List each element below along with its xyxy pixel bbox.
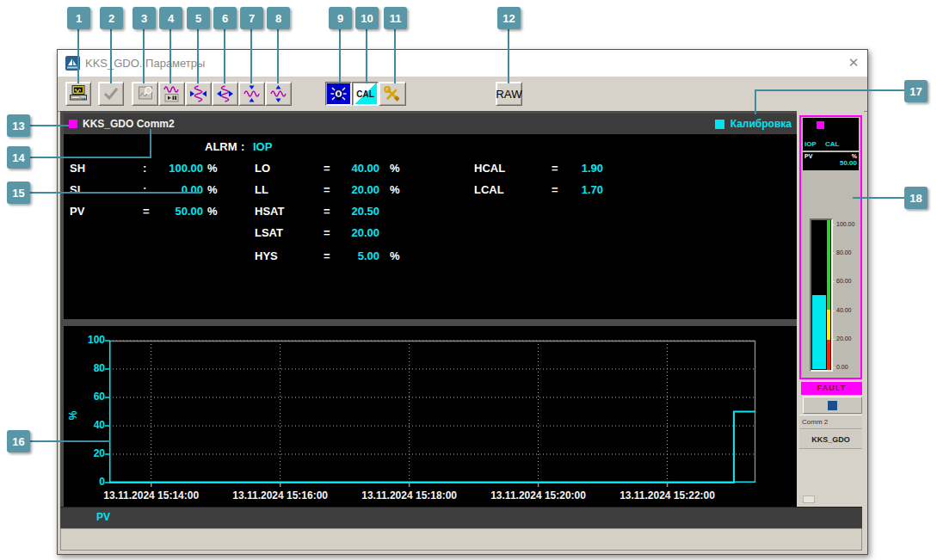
compress-x-button[interactable] — [185, 82, 212, 106]
callout-3: 3 — [133, 7, 156, 29]
callout-16: 16 — [7, 430, 30, 452]
faceplate-pv-unit: % — [852, 153, 857, 159]
param-unit: % — [207, 162, 218, 175]
tag-status-square — [69, 120, 77, 128]
accept-button[interactable] — [98, 82, 124, 106]
bargraph-scale-label: 40.00 — [836, 307, 852, 313]
close-button[interactable]: ✕ — [845, 54, 862, 71]
callout-12: 12 — [497, 7, 521, 29]
callout-13: 13 — [7, 114, 30, 137]
param-unit: % — [390, 249, 400, 262]
snapshot-button[interactable] — [132, 82, 158, 106]
compress-vertical-icon — [242, 84, 262, 103]
callout-18-line — [853, 197, 904, 199]
param-value-hcal: 1.90 — [534, 162, 603, 175]
callout-13-line — [30, 125, 69, 126]
param-unit: % — [390, 162, 400, 175]
callout-2: 2 — [100, 7, 123, 29]
tag-label: KKS_GDO Comm2 — [83, 118, 175, 130]
bargraph-scale-label: 100.00 — [836, 221, 854, 227]
fault-banner: FAULT — [801, 382, 862, 395]
param-label-sl: SL — [70, 183, 84, 196]
callout-2-line — [110, 29, 112, 83]
bargraph-scale-label: 0.00 — [836, 364, 848, 370]
x-axis-tick-label: 13.11.2024 15:14:00 — [87, 489, 216, 502]
param-value-sh: 100.00 — [134, 162, 203, 175]
y-axis-tick-label: 0 — [76, 476, 105, 488]
param-value-hsat: 20.50 — [311, 205, 379, 218]
param-value-sl: 0.00 — [134, 183, 203, 196]
param-unit: % — [207, 205, 218, 218]
accept-check-icon — [101, 84, 121, 103]
mode-square-icon — [828, 401, 837, 410]
bargraph-inner — [811, 220, 831, 370]
window-title: KKS_GDO. Параметры — [85, 57, 205, 70]
faceplate-comm-label: Comm 2 — [799, 415, 862, 429]
param-label-lcal: LCAL — [474, 183, 504, 196]
faceplate-pv-value: 50.00 — [803, 159, 859, 167]
callout-9: 9 — [329, 7, 352, 29]
x-axis-tick-label: 13.11.2024 15:22:00 — [603, 489, 732, 502]
trend-series-pv — [109, 412, 755, 483]
print-trend-icon — [68, 84, 89, 103]
expand-x-button[interactable] — [212, 82, 238, 106]
callout-14-line-v — [150, 129, 151, 157]
expand-horizontal-icon — [215, 84, 236, 103]
bargraph-scale-label: 20.00 — [836, 335, 852, 342]
callout-11: 11 — [384, 7, 407, 29]
callout-1-line — [77, 29, 79, 83]
alarm-color-button[interactable] — [325, 82, 352, 106]
bargraph-scale: 100.0080.0060.0040.0020.000.00 — [830, 218, 863, 375]
callout-10-line — [366, 29, 367, 83]
y-axis-tick-label: 80 — [76, 362, 105, 374]
param-value-lo: 40.00 — [311, 162, 379, 175]
run-pause-button[interactable] — [158, 82, 185, 106]
raw-button-label: RAW — [496, 88, 522, 101]
param-value-pv: 50.00 — [134, 205, 203, 218]
callout-17-line-v — [755, 89, 756, 114]
expand-vertical-icon — [268, 84, 289, 103]
faceplate-tag-label: KKS_GDO — [799, 430, 862, 449]
alarm-lamp-icon — [329, 84, 349, 103]
cal-button[interactable]: CAL — [352, 82, 379, 106]
faceplate-pv-box: PV % 50.00 — [803, 152, 859, 170]
bargraph-fill — [812, 295, 826, 369]
print-trend-button[interactable] — [65, 82, 91, 106]
trend-legend-bar: PV — [60, 507, 862, 528]
raw-button[interactable]: RAW — [496, 82, 522, 106]
compress-y-button[interactable] — [238, 82, 265, 106]
trend-panel: % 02040608010013.11.2024 15:14:0013.11.2… — [64, 326, 797, 507]
x-axis-tick-label: 13.11.2024 15:20:00 — [474, 489, 603, 502]
toolbar: CAL RAW — [58, 77, 867, 112]
faceplate-iop-flag: IOP — [804, 140, 817, 148]
cal-button-label: CAL — [356, 89, 374, 99]
raw-window-icon: RAW — [496, 88, 522, 101]
param-label-hcal: HCAL — [474, 162, 505, 175]
callout-4-line — [170, 29, 171, 83]
param-label-sh: SH — [70, 162, 85, 175]
callout-1: 1 — [67, 7, 90, 29]
expand-y-button[interactable] — [265, 82, 292, 106]
callout-16-line — [30, 440, 110, 442]
trend-legend-pv: PV — [96, 511, 110, 523]
tools-button[interactable] — [379, 82, 406, 106]
faceplate-pv-label: PV — [804, 153, 812, 159]
callout-17-line — [755, 89, 904, 91]
faceplate-mode-box[interactable] — [803, 397, 862, 414]
bargraph-scale-tick — [831, 281, 835, 282]
callout-11-line — [394, 29, 396, 83]
x-axis-tick-label: 13.11.2024 15:16:00 — [216, 489, 345, 502]
calibration-status-square — [715, 120, 724, 129]
param-label-lo: LO — [255, 162, 270, 175]
title-bar[interactable]: KKS_GDO. Параметры ✕ — [58, 50, 867, 77]
callout-7: 7 — [240, 7, 263, 29]
callout-15-line — [30, 192, 200, 194]
callout-14-line — [30, 157, 151, 158]
faceplate-alarm-square — [817, 121, 824, 129]
param-value-lcal: 1.70 — [534, 183, 603, 196]
param-unit: % — [207, 183, 218, 196]
faceplate-footer-handle[interactable] — [803, 495, 815, 503]
alrm-label: ALRM — [205, 140, 237, 153]
status-bar — [60, 528, 862, 551]
faceplate-cal-flag: CAL — [825, 140, 839, 148]
